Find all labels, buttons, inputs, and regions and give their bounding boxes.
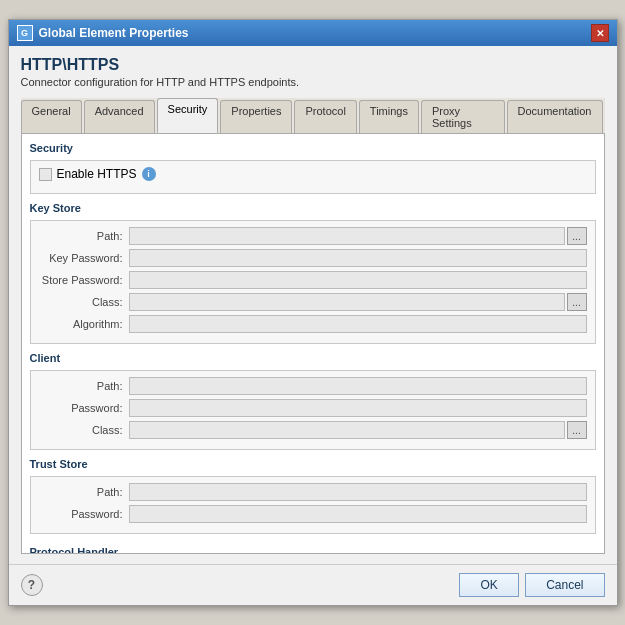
client-password-row: Password: bbox=[39, 399, 587, 417]
client-path-row: Path: bbox=[39, 377, 587, 395]
tab-security[interactable]: Security bbox=[157, 98, 219, 133]
keystore-store-password-row: Store Password: bbox=[39, 271, 587, 289]
client-path-input[interactable] bbox=[129, 377, 587, 395]
client-class-label: Class: bbox=[39, 424, 129, 436]
trust-store-path-input[interactable] bbox=[129, 483, 587, 501]
tab-documentation[interactable]: Documentation bbox=[507, 100, 603, 133]
keystore-section-box: Path: ... Key Password: Store Password: bbox=[30, 220, 596, 344]
cancel-button[interactable]: Cancel bbox=[525, 573, 604, 597]
keystore-path-input-group: ... bbox=[129, 227, 587, 245]
trust-store-password-label: Password: bbox=[39, 508, 129, 520]
client-path-label: Path: bbox=[39, 380, 129, 392]
keystore-key-password-label: Key Password: bbox=[39, 252, 129, 264]
client-password-input[interactable] bbox=[129, 399, 587, 417]
keystore-class-browse-button[interactable]: ... bbox=[567, 293, 587, 311]
window-subtitle: Connector configuration for HTTP and HTT… bbox=[21, 76, 605, 88]
tab-properties[interactable]: Properties bbox=[220, 100, 292, 133]
keystore-key-password-input[interactable] bbox=[129, 249, 587, 267]
keystore-algorithm-input[interactable] bbox=[129, 315, 587, 333]
tab-content-security: Security Enable HTTPS i Key Store Path: bbox=[21, 134, 605, 554]
security-section-box: Enable HTTPS i bbox=[30, 160, 596, 194]
main-window: G Global Element Properties ✕ HTTP\HTTPS… bbox=[8, 19, 618, 606]
tab-timings[interactable]: Timings bbox=[359, 100, 419, 133]
trust-store-path-row: Path: bbox=[39, 483, 587, 501]
keystore-section: Key Store Path: ... Key Password: bbox=[30, 202, 596, 344]
keystore-section-title: Key Store bbox=[30, 202, 596, 216]
keystore-store-password-input[interactable] bbox=[129, 271, 587, 289]
keystore-path-row: Path: ... bbox=[39, 227, 587, 245]
trust-store-password-row: Password: bbox=[39, 505, 587, 523]
client-class-input-group: ... bbox=[129, 421, 587, 439]
keystore-algorithm-row: Algorithm: bbox=[39, 315, 587, 333]
trust-store-path-label: Path: bbox=[39, 486, 129, 498]
title-bar-text: Global Element Properties bbox=[39, 26, 189, 40]
keystore-class-row: Class: ... bbox=[39, 293, 587, 311]
enable-https-info-icon[interactable]: i bbox=[142, 167, 156, 181]
client-section-title: Client bbox=[30, 352, 596, 366]
security-section-title: Security bbox=[30, 142, 596, 156]
tab-proxy-settings[interactable]: Proxy Settings bbox=[421, 100, 505, 133]
window-icon: G bbox=[17, 25, 33, 41]
help-button[interactable]: ? bbox=[21, 574, 43, 596]
title-bar-left: G Global Element Properties bbox=[17, 25, 189, 41]
client-class-input[interactable] bbox=[129, 421, 565, 439]
keystore-key-password-row: Key Password: bbox=[39, 249, 587, 267]
keystore-path-input[interactable] bbox=[129, 227, 565, 245]
client-section: Client Path: Password: Class: bbox=[30, 352, 596, 450]
bottom-bar: ? OK Cancel bbox=[9, 564, 617, 605]
ok-button[interactable]: OK bbox=[459, 573, 519, 597]
keystore-algorithm-label: Algorithm: bbox=[39, 318, 129, 330]
keystore-path-browse-button[interactable]: ... bbox=[567, 227, 587, 245]
client-class-browse-button[interactable]: ... bbox=[567, 421, 587, 439]
tab-general[interactable]: General bbox=[21, 100, 82, 133]
security-section: Security Enable HTTPS i bbox=[30, 142, 596, 194]
keystore-class-input[interactable] bbox=[129, 293, 565, 311]
keystore-class-input-group: ... bbox=[129, 293, 587, 311]
enable-https-checkbox[interactable] bbox=[39, 168, 52, 181]
trust-store-section: Trust Store Path: Password: bbox=[30, 458, 596, 534]
protocol-handler-label: Protocol Handler bbox=[30, 542, 596, 554]
enable-https-label: Enable HTTPS bbox=[57, 167, 137, 181]
tab-protocol[interactable]: Protocol bbox=[294, 100, 356, 133]
trust-store-section-title: Trust Store bbox=[30, 458, 596, 472]
keystore-class-label: Class: bbox=[39, 296, 129, 308]
trust-store-section-box: Path: Password: bbox=[30, 476, 596, 534]
client-password-label: Password: bbox=[39, 402, 129, 414]
client-section-box: Path: Password: Class: ... bbox=[30, 370, 596, 450]
protocol-handler-section: Protocol Handler bbox=[30, 542, 596, 554]
title-bar: G Global Element Properties ✕ bbox=[9, 20, 617, 46]
bottom-buttons: OK Cancel bbox=[459, 573, 604, 597]
tab-bar: General Advanced Security Properties Pro… bbox=[21, 98, 605, 134]
enable-https-row: Enable HTTPS i bbox=[39, 167, 587, 181]
window-body: HTTP\HTTPS Connector configuration for H… bbox=[9, 46, 617, 564]
trust-store-password-input[interactable] bbox=[129, 505, 587, 523]
close-button[interactable]: ✕ bbox=[591, 24, 609, 42]
keystore-store-password-label: Store Password: bbox=[39, 274, 129, 286]
keystore-path-label: Path: bbox=[39, 230, 129, 242]
tab-advanced[interactable]: Advanced bbox=[84, 100, 155, 133]
window-heading: HTTP\HTTPS bbox=[21, 56, 605, 74]
client-class-row: Class: ... bbox=[39, 421, 587, 439]
